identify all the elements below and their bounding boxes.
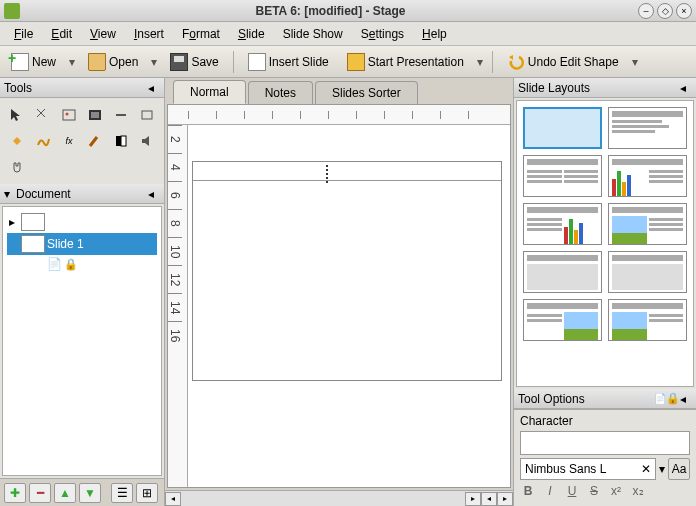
layout-chart-text[interactable] bbox=[608, 155, 687, 197]
tab-normal[interactable]: Normal bbox=[173, 80, 246, 104]
slide-label: Slide 1 bbox=[47, 237, 84, 251]
expand-icon[interactable]: ▸ bbox=[9, 215, 19, 229]
new-button[interactable]: New bbox=[4, 49, 63, 75]
document-collapse-arrow[interactable]: ◂ bbox=[148, 187, 160, 201]
tree-slide-1[interactable]: Slide 1 bbox=[7, 233, 157, 255]
move-up-button[interactable]: ▲ bbox=[54, 483, 76, 503]
italic-button[interactable]: I bbox=[542, 484, 558, 498]
slide-canvas[interactable] bbox=[192, 161, 502, 381]
bold-button[interactable]: B bbox=[520, 484, 536, 498]
horizontal-ruler[interactable]: 246810121416182022 bbox=[168, 105, 510, 125]
tab-notes[interactable]: Notes bbox=[248, 81, 313, 104]
rect-tool[interactable] bbox=[136, 104, 158, 126]
underline-button[interactable]: U bbox=[564, 484, 580, 498]
presentation-dropdown[interactable]: ▾ bbox=[475, 55, 485, 69]
open-dropdown[interactable]: ▾ bbox=[149, 55, 159, 69]
document-header: ▾ Document ◂ bbox=[0, 184, 164, 204]
menu-help[interactable]: Help bbox=[414, 24, 455, 44]
menu-insert[interactable]: Insert bbox=[126, 24, 172, 44]
contrast-tool[interactable] bbox=[110, 130, 132, 152]
brush-tool[interactable] bbox=[84, 130, 106, 152]
strike-button[interactable]: S bbox=[586, 484, 602, 498]
vertical-ruler[interactable]: 246810121416 bbox=[168, 125, 188, 487]
canvas-area[interactable]: 246810121416182022 246810121416 bbox=[167, 104, 511, 488]
layout-text-chart[interactable] bbox=[523, 203, 602, 245]
scroll-left[interactable]: ◂ bbox=[165, 492, 181, 506]
pin-icon[interactable]: 📄 bbox=[654, 393, 666, 404]
speaker-tool[interactable] bbox=[136, 130, 158, 152]
horizontal-scrollbar[interactable]: ◂ ▸ ◂ ▸ bbox=[165, 490, 513, 506]
layout-two-col-text[interactable] bbox=[523, 155, 602, 197]
freehand-tool[interactable] bbox=[32, 130, 54, 152]
menu-view[interactable]: View bbox=[82, 24, 124, 44]
media-tool[interactable] bbox=[84, 104, 106, 126]
tools-collapse[interactable]: ◂ bbox=[148, 81, 160, 95]
pan-tool[interactable] bbox=[6, 156, 28, 178]
undo-button[interactable]: Undo Edit Shape bbox=[500, 49, 626, 75]
layout-title-only[interactable] bbox=[523, 251, 602, 293]
scroll-right[interactable]: ▸ bbox=[465, 492, 481, 506]
font-dropdown-icon[interactable]: ▾ bbox=[659, 462, 665, 476]
fill-tool[interactable] bbox=[6, 130, 28, 152]
guide-line bbox=[193, 180, 501, 181]
move-down-button[interactable]: ▼ bbox=[79, 483, 101, 503]
picture-tool[interactable] bbox=[58, 104, 80, 126]
insert-slide-button[interactable]: Insert Slide bbox=[241, 49, 336, 75]
left-panel: Tools ◂ fx ▾ Document ◂ ▸ bbox=[0, 78, 165, 506]
layout-image-text-2[interactable] bbox=[608, 299, 687, 341]
open-button[interactable]: Open bbox=[81, 49, 145, 75]
layouts-collapse[interactable]: ◂ bbox=[680, 81, 692, 95]
menu-file[interactable]: File bbox=[6, 24, 41, 44]
clear-icon[interactable]: ✕ bbox=[641, 462, 651, 476]
app-icon bbox=[4, 3, 20, 19]
character-input[interactable] bbox=[520, 431, 690, 455]
lock-icon[interactable]: 🔒 bbox=[666, 392, 680, 405]
menu-slideshow[interactable]: Slide Show bbox=[275, 24, 351, 44]
scroll-right-2[interactable]: ▸ bbox=[497, 492, 513, 506]
superscript-button[interactable]: x² bbox=[608, 484, 624, 498]
fx-tool[interactable]: fx bbox=[58, 130, 80, 152]
tree-root[interactable]: ▸ bbox=[7, 211, 157, 233]
text-cursor bbox=[326, 165, 328, 183]
document-tree[interactable]: ▸ Slide 1 📄 🔒 bbox=[2, 206, 162, 476]
save-icon bbox=[170, 53, 188, 71]
minimize-button[interactable]: – bbox=[638, 3, 654, 19]
menu-settings[interactable]: Settings bbox=[353, 24, 412, 44]
start-presentation-button[interactable]: Start Presentation bbox=[340, 49, 471, 75]
tree-slide-layers[interactable]: 📄 🔒 bbox=[7, 255, 157, 273]
save-button[interactable]: Save bbox=[163, 49, 225, 75]
scroll-left-2[interactable]: ◂ bbox=[481, 492, 497, 506]
new-dropdown[interactable]: ▾ bbox=[67, 55, 77, 69]
grid-view-button[interactable]: ⊞ bbox=[136, 483, 158, 503]
layout-text-image[interactable] bbox=[523, 299, 602, 341]
play-icon bbox=[347, 53, 365, 71]
menu-slide[interactable]: Slide bbox=[230, 24, 273, 44]
add-button[interactable]: ✚ bbox=[4, 483, 26, 503]
undo-dropdown[interactable]: ▾ bbox=[630, 55, 640, 69]
menu-format[interactable]: Format bbox=[174, 24, 228, 44]
document-collapse[interactable]: ▾ bbox=[4, 187, 16, 201]
list-view-button[interactable]: ☰ bbox=[111, 483, 133, 503]
layout-title-bullets[interactable] bbox=[608, 107, 687, 149]
new-icon bbox=[11, 53, 29, 71]
line-tool[interactable] bbox=[110, 104, 132, 126]
remove-button[interactable]: ━ bbox=[29, 483, 51, 503]
text-tool[interactable] bbox=[32, 104, 54, 126]
font-family-select[interactable]: Nimbus Sans L ✕ bbox=[520, 458, 656, 480]
tool-options-panel: Character Nimbus Sans L ✕ ▾ Aa B I U S x… bbox=[514, 409, 696, 506]
tab-sorter[interactable]: Slides Sorter bbox=[315, 81, 418, 104]
close-button[interactable]: × bbox=[676, 3, 692, 19]
subscript-button[interactable]: x₂ bbox=[630, 484, 646, 498]
menu-edit[interactable]: Edit bbox=[43, 24, 80, 44]
maximize-button[interactable]: ◇ bbox=[657, 3, 673, 19]
options-collapse[interactable]: ◂ bbox=[680, 392, 692, 406]
open-icon bbox=[88, 53, 106, 71]
layout-image-text[interactable] bbox=[608, 203, 687, 245]
layout-blank[interactable] bbox=[523, 107, 602, 149]
slide-layouts-grid bbox=[516, 100, 694, 387]
pointer-tool[interactable] bbox=[6, 104, 28, 126]
svg-rect-3 bbox=[91, 112, 99, 118]
tools-header: Tools ◂ bbox=[0, 78, 164, 98]
font-picker-button[interactable]: Aa bbox=[668, 458, 690, 480]
layout-title-only-2[interactable] bbox=[608, 251, 687, 293]
